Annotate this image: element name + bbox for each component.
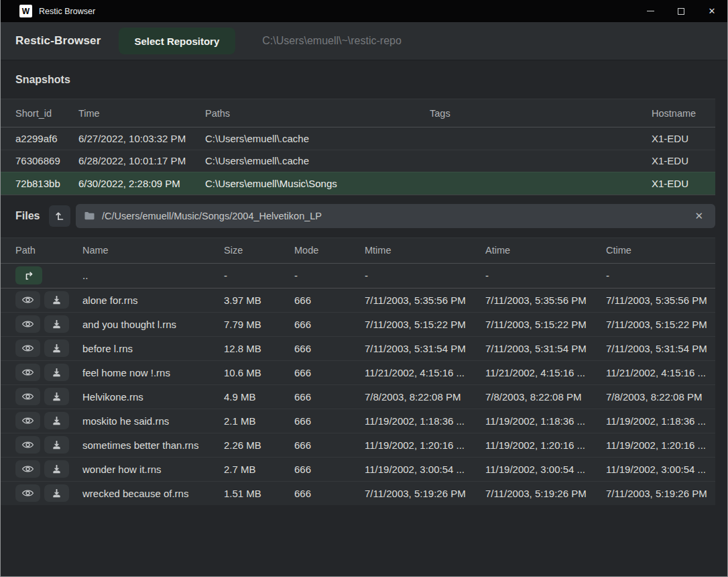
file-mtime: 11/19/2002, 1:18:36 ... [365, 415, 485, 427]
file-name: wonder how it.rns [82, 464, 224, 475]
file-atime: 7/11/2003, 5:35:56 PM [485, 295, 606, 306]
col-ctime: Ctime [606, 245, 715, 256]
titlebar: W Restic Browser ✕ [1, 0, 727, 22]
download-icon [52, 488, 62, 499]
file-ctime: 7/11/2003, 5:31:54 PM [606, 343, 715, 354]
select-repository-button[interactable]: Select Repository [119, 28, 236, 54]
file-mode: 666 [294, 464, 365, 475]
download-icon [52, 295, 62, 305]
col-paths: Paths [205, 108, 430, 119]
wails-w-icon: W [19, 5, 32, 17]
download-file-button[interactable] [44, 436, 69, 454]
minimize-button[interactable] [635, 0, 666, 22]
eye-icon [21, 368, 34, 377]
download-file-button[interactable] [44, 339, 69, 357]
preview-file-button[interactable] [15, 484, 40, 502]
file-path-bar[interactable]: /C/Users/emuell/Music/Songs/2004_Helveti… [76, 204, 715, 228]
file-size: 2.1 MB [224, 415, 294, 427]
level-up-icon [54, 210, 66, 222]
clear-path-button[interactable]: ✕ [690, 209, 707, 223]
minimize-icon [647, 11, 654, 12]
preview-file-button[interactable] [15, 291, 40, 309]
snapshot-paths: C:\Users\emuell\Music\Songs [205, 178, 430, 189]
download-file-button[interactable] [44, 364, 69, 381]
current-path: /C/Users/emuell/Music/Songs/2004_Helveti… [102, 211, 322, 221]
close-icon: ✕ [709, 7, 716, 15]
files-table: Path Name Size Mode Mtime Atime Ctime ..… [1, 238, 715, 505]
col-name: Name [82, 245, 224, 256]
snapshot-row[interactable]: 76306869 6/28/2022, 10:01:17 PM C:\Users… [1, 150, 715, 172]
download-file-button[interactable] [44, 484, 69, 502]
file-row: before l.rns 12.8 MB 666 7/11/2003, 5:31… [1, 336, 715, 360]
file-row: Helvikone.rns 4.9 MB 666 7/8/2003, 8:22:… [1, 384, 715, 409]
preview-file-button[interactable] [15, 364, 40, 381]
download-file-button[interactable] [44, 315, 69, 333]
file-size: 7.79 MB [224, 319, 294, 330]
file-size: - [224, 270, 294, 281]
file-size: 4.9 MB [224, 391, 294, 403]
download-icon [52, 464, 62, 474]
download-icon [52, 416, 62, 426]
col-hostname: Hostname [652, 108, 715, 119]
preview-file-button[interactable] [15, 460, 40, 478]
snapshot-hostname: X1-EDU [652, 133, 715, 144]
open-path-button[interactable] [49, 205, 70, 227]
close-icon: ✕ [694, 210, 703, 222]
file-row: feel home now !.rns 10.6 MB 666 11/21/20… [1, 360, 715, 384]
file-atime: 11/19/2002, 1:20:16 ... [485, 439, 606, 451]
snapshot-hostname: X1-EDU [652, 155, 715, 166]
file-name: feel home now !.rns [82, 367, 224, 378]
eye-icon [21, 416, 34, 425]
preview-file-button[interactable] [15, 388, 40, 405]
file-ctime: 7/11/2003, 5:15:22 PM [606, 319, 715, 330]
app-header: Restic-Browser Select Repository C:\User… [1, 22, 727, 60]
download-file-button[interactable] [44, 291, 69, 309]
snapshot-row[interactable]: 72b813bb 6/30/2022, 2:28:09 PM C:\Users\… [1, 172, 715, 195]
preview-file-button[interactable] [15, 412, 40, 429]
eye-icon [21, 440, 34, 450]
maximize-button[interactable] [666, 0, 696, 22]
file-atime: 11/19/2002, 3:00:54 ... [485, 464, 606, 475]
snapshot-short-id: 72b813bb [15, 178, 78, 189]
file-name: and you thought l.rns [82, 319, 224, 330]
preview-file-button[interactable] [15, 339, 40, 357]
download-file-button[interactable] [44, 412, 69, 429]
close-button[interactable]: ✕ [696, 0, 727, 22]
file-mode: 666 [294, 319, 365, 330]
snapshot-short-id: a2299af6 [15, 133, 78, 144]
file-size: 10.6 MB [224, 367, 294, 378]
file-name: .. [82, 270, 224, 281]
go-to-parent-button[interactable] [15, 266, 42, 284]
file-name: wrecked because of.rns [82, 488, 224, 499]
snapshot-time: 6/27/2022, 10:03:32 PM [78, 133, 205, 144]
snapshots-rows: a2299af6 6/27/2022, 10:03:32 PM C:\Users… [1, 127, 715, 195]
col-size: Size [224, 245, 294, 256]
download-icon [52, 440, 62, 450]
download-file-button[interactable] [44, 460, 69, 478]
snapshot-row[interactable]: a2299af6 6/27/2022, 10:03:32 PM C:\Users… [1, 127, 715, 150]
file-mode: 666 [294, 415, 365, 427]
repository-path-field[interactable]: C:\Users\emuell\~\restic-repo [262, 35, 402, 47]
preview-file-button[interactable] [15, 436, 40, 454]
file-mode: 666 [294, 295, 365, 306]
file-mode: 666 [294, 488, 365, 499]
download-file-button[interactable] [44, 388, 69, 405]
file-name: alone for.rns [82, 295, 224, 306]
col-atime: Atime [485, 245, 606, 256]
file-ctime: - [606, 270, 715, 281]
preview-file-button[interactable] [15, 315, 40, 333]
file-atime: - [485, 270, 606, 281]
file-size: 12.8 MB [224, 343, 294, 354]
col-short-id: Short_id [15, 108, 78, 119]
snapshot-paths: C:\Users\emuell\.cache [205, 133, 430, 144]
file-row: sometimes better than.rns 2.26 MB 666 11… [1, 433, 715, 457]
file-ctime: 7/11/2003, 5:19:26 PM [606, 488, 715, 499]
snapshot-time: 6/30/2022, 2:28:09 PM [78, 178, 205, 189]
file-name: before l.rns [82, 343, 224, 354]
snapshot-hostname: X1-EDU [652, 178, 715, 189]
file-atime: 11/21/2002, 4:15:16 ... [485, 367, 606, 378]
download-icon [52, 344, 62, 354]
file-mode: 666 [294, 391, 365, 403]
file-name: Helvikone.rns [82, 391, 224, 403]
window-title: Restic Browser [39, 7, 95, 16]
